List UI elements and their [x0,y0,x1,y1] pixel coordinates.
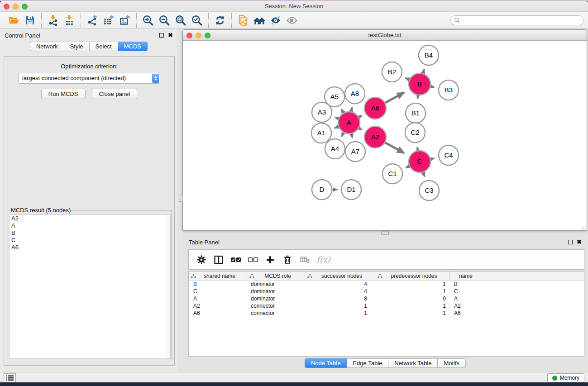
minimize-window-button[interactable] [13,4,19,10]
graph-node-A1[interactable]: A1 [311,123,331,143]
table-cell[interactable]: A2 [449,303,486,310]
graph-node-A8[interactable]: A8 [345,84,365,104]
import-network-button[interactable] [45,13,61,28]
graph-node-B4[interactable]: B4 [419,45,439,65]
graph-edge-A-A3[interactable] [335,117,339,119]
mcds-result-item[interactable]: C [10,237,170,244]
table-cell[interactable]: A [189,295,247,303]
graph-node-B3[interactable]: B3 [439,80,459,100]
graph-edge-A-A6[interactable] [359,115,362,117]
delete-button[interactable] [281,253,294,267]
network-close-button[interactable] [186,33,192,38]
graph-edge-C-C1[interactable] [406,166,409,168]
mcds-result-list[interactable]: A2ABCA6 [9,214,171,359]
table-cell[interactable]: A6 [449,310,486,317]
search-input[interactable] [460,16,583,24]
open-session-button[interactable] [5,13,22,28]
table-cell[interactable]: C [189,288,247,295]
graph-node-C2[interactable]: C2 [405,123,425,143]
graph-edge-A-A8[interactable] [351,107,352,112]
mcds-result-item[interactable]: A6 [10,244,170,251]
control-tab-network[interactable]: Network [30,42,64,51]
table-cell[interactable]: A2 [189,303,247,310]
table-options-button[interactable] [195,253,208,267]
node-table[interactable]: shared nameMCDS rolesuccessor nodesprede… [188,271,584,357]
zoom-in-button[interactable] [140,13,156,28]
table-cell[interactable]: 1 [305,310,375,317]
delete-table-button[interactable] [298,253,311,267]
table-row[interactable]: Adominator80A [189,295,584,303]
vertical-splitter-handle[interactable] [179,195,183,202]
graph-edge-C-C2[interactable] [417,147,418,150]
table-cell[interactable]: A6 [189,310,247,317]
network-zoom-button[interactable] [205,33,210,38]
hide-glasses-button[interactable] [268,13,284,28]
graph-node-A4[interactable]: A4 [325,139,345,159]
graph-node-A[interactable]: A [338,112,360,133]
mcds-result-item[interactable]: B [10,229,170,237]
zoom-window-button[interactable] [22,4,28,10]
graph-edge-C-C3[interactable] [423,172,425,177]
graph-node-A3[interactable]: A3 [312,102,332,122]
float-panel-icon[interactable] [159,33,164,38]
table-tab-network-table[interactable]: Network Table [388,358,438,368]
deselect-all-button[interactable] [247,253,259,267]
save-session-button[interactable] [22,13,38,28]
graph-edge-A6-B[interactable] [385,93,404,103]
duplicate-network-button[interactable] [235,13,251,28]
task-history-button[interactable] [4,373,16,382]
horizontal-splitter-handle[interactable] [381,231,389,235]
graph-node-C3[interactable]: C3 [419,181,439,200]
table-cell[interactable]: 1 [375,288,449,295]
control-tab-select[interactable]: Select [90,42,118,51]
zoom-out-button[interactable] [156,13,172,28]
column-header-successor-nodes[interactable]: successor nodes [305,272,375,281]
table-cell[interactable]: A [449,295,486,303]
mcds-result-item[interactable]: A2 [10,215,170,222]
table-row[interactable]: A6connector11A6 [189,310,584,317]
table-cell[interactable]: B [449,281,486,288]
graph-edge-A-A7[interactable] [351,133,352,138]
import-table-button[interactable] [61,13,77,28]
table-cell[interactable]: B [189,281,247,288]
column-header-shared-name[interactable]: shared name [189,272,247,281]
column-header-MCDS-role[interactable]: MCDS role [247,272,305,281]
graph-node-B[interactable]: B [409,73,430,95]
table-row[interactable]: A2connector11A2 [189,303,584,310]
table-cell[interactable]: 8 [305,295,375,303]
table-cell[interactable]: connector [247,310,305,317]
memory-button[interactable]: Memory [547,373,584,382]
column-header-name[interactable]: name [449,272,486,281]
select-all-button[interactable] [229,253,242,267]
table-row[interactable]: Cdominator41C [189,288,584,295]
list-scrollbar[interactable] [165,215,170,358]
table-close-panel-icon[interactable]: ✖ [577,240,582,244]
refresh-button[interactable] [212,13,228,28]
graph-edge-C-C4[interactable] [430,158,434,159]
table-cell[interactable]: C [449,288,486,295]
eye-button[interactable] [284,13,300,28]
table-cell[interactable]: dominator [247,281,305,288]
graph-edge-A-A1[interactable] [335,127,339,128]
control-tab-mcds[interactable]: MCDS [118,42,148,51]
table-cell[interactable]: 4 [305,281,375,288]
run-mcds-button[interactable]: Run MCDS [41,89,86,99]
table-cell[interactable]: 0 [375,295,449,303]
graph-node-D[interactable]: D [312,180,332,200]
optimization-dropdown[interactable]: largest connected component (directed) [18,73,160,84]
graph-node-A2[interactable]: A2 [364,126,386,148]
table-cell[interactable]: 1 [375,310,449,317]
close-window-button[interactable] [4,4,10,10]
table-cell[interactable]: 4 [305,288,375,295]
table-cell[interactable]: dominator [247,288,305,295]
column-header-predecessor-nodes[interactable]: predecessor nodes [375,272,449,281]
function-builder-button[interactable]: f(x) [316,255,330,264]
export-image-button[interactable] [117,13,133,28]
graph-edge-B-B1[interactable] [417,95,418,99]
table-cell[interactable]: connector [247,303,305,310]
table-cell[interactable]: 1 [305,303,375,310]
graph-node-A6[interactable]: A6 [364,97,386,119]
add-column-button[interactable] [264,253,277,267]
graph-edge-A2-C[interactable] [385,143,404,153]
graph-edge-A-A2[interactable] [359,128,362,130]
